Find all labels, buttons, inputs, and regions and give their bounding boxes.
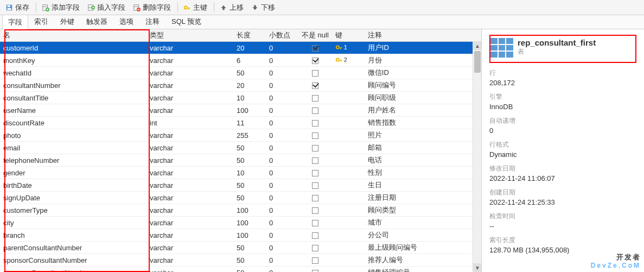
cell-key[interactable]	[332, 67, 365, 79]
cell-length[interactable]: 20	[233, 42, 266, 54]
cell-notnull[interactable]	[298, 167, 332, 179]
cell-type[interactable]: varchar	[146, 242, 233, 254]
cell-notnull[interactable]	[298, 229, 332, 242]
cell-decimal[interactable]: 0	[266, 104, 298, 117]
cell-name[interactable]: city	[0, 217, 146, 229]
cell-length[interactable]: 20	[233, 79, 266, 92]
checkbox-icon[interactable]	[312, 83, 318, 89]
cell-notnull[interactable]	[298, 79, 332, 92]
cell-notnull[interactable]	[298, 204, 332, 217]
table-row[interactable]: consultantTitlevarchar100顾问职级	[0, 92, 481, 104]
tab-1[interactable]: 索引	[28, 14, 54, 29]
cell-decimal[interactable]: 0	[266, 229, 298, 242]
cell-decimal[interactable]: 0	[266, 267, 298, 273]
cell-name[interactable]: email	[0, 142, 146, 154]
cell-name[interactable]: managerConsultantNumber	[0, 267, 146, 273]
cell-name[interactable]: consultantNumber	[0, 79, 146, 92]
cell-type[interactable]: varchar	[146, 42, 233, 54]
cell-name[interactable]: wechatId	[0, 67, 146, 79]
checkbox-icon[interactable]	[312, 58, 318, 64]
cell-notnull[interactable]	[298, 54, 332, 67]
cell-key[interactable]	[332, 79, 365, 92]
table-row[interactable]: monthKeyvarchar602月份	[0, 54, 481, 67]
cell-comment[interactable]: 顾问编号	[365, 79, 481, 92]
cell-type[interactable]: varchar	[146, 54, 233, 67]
cell-notnull[interactable]	[298, 179, 332, 192]
cell-notnull[interactable]	[298, 104, 332, 117]
cell-comment[interactable]: 生日	[365, 179, 481, 192]
checkbox-icon[interactable]	[312, 170, 318, 176]
cell-name[interactable]: consultantTitle	[0, 92, 146, 104]
cell-comment[interactable]: 用户姓名	[365, 104, 481, 117]
cell-key[interactable]	[332, 167, 365, 179]
table-row[interactable]: photovarchar2550照片	[0, 129, 481, 142]
cell-decimal[interactable]: 0	[266, 54, 298, 67]
cell-comment[interactable]: 顾问职级	[365, 92, 481, 104]
cell-comment[interactable]: 电话	[365, 154, 481, 167]
cell-comment[interactable]: 照片	[365, 129, 481, 142]
cell-length[interactable]: 100	[233, 104, 266, 117]
cell-name[interactable]: customerId	[0, 42, 146, 54]
table-row[interactable]: customerTypevarchar1000顾问类型	[0, 204, 481, 217]
cell-length[interactable]: 100	[233, 204, 266, 217]
cell-type[interactable]: varchar	[146, 267, 233, 273]
cell-decimal[interactable]: 0	[266, 167, 298, 179]
cell-key[interactable]: 1	[332, 42, 365, 54]
checkbox-icon[interactable]	[312, 270, 318, 272]
cell-length[interactable]: 50	[233, 242, 266, 254]
cell-key[interactable]	[332, 217, 365, 229]
add-field-button[interactable]: 添加字段	[39, 2, 83, 14]
cell-decimal[interactable]: 0	[266, 117, 298, 129]
cell-key[interactable]	[332, 179, 365, 192]
move-up-button[interactable]: 上移	[216, 2, 247, 14]
cell-comment[interactable]: 微信ID	[365, 67, 481, 79]
cell-notnull[interactable]	[298, 42, 332, 54]
table-row[interactable]: userNamevarchar1000用户姓名	[0, 104, 481, 117]
tab-0[interactable]: 字段	[2, 15, 28, 29]
cell-comment[interactable]: 销售指数	[365, 117, 481, 129]
checkbox-icon[interactable]	[312, 182, 318, 189]
cell-notnull[interactable]	[298, 92, 332, 104]
col-header-notnull[interactable]: 不是 null	[298, 29, 332, 42]
cell-decimal[interactable]: 0	[266, 179, 298, 192]
cell-decimal[interactable]: 0	[266, 204, 298, 217]
primary-key-button[interactable]: 主键	[180, 2, 211, 14]
cell-name[interactable]: photo	[0, 129, 146, 142]
checkbox-icon[interactable]	[312, 157, 318, 164]
cell-decimal[interactable]: 0	[266, 142, 298, 154]
cell-type[interactable]: varchar	[146, 67, 233, 79]
checkbox-icon[interactable]	[312, 145, 318, 151]
cell-comment[interactable]: 分公司	[365, 229, 481, 242]
cell-length[interactable]: 6	[233, 54, 266, 67]
cell-length[interactable]: 50	[233, 179, 266, 192]
cell-comment[interactable]: 性别	[365, 167, 481, 179]
cell-notnull[interactable]	[298, 192, 332, 204]
cell-comment[interactable]: 月份	[365, 54, 481, 67]
cell-length[interactable]: 50	[233, 192, 266, 204]
cell-comment[interactable]: 城市	[365, 217, 481, 229]
cell-key[interactable]	[332, 229, 365, 242]
cell-type[interactable]: varchar	[146, 79, 233, 92]
insert-field-button[interactable]: 插入字段	[84, 2, 129, 14]
checkbox-icon[interactable]	[312, 195, 318, 201]
cell-length[interactable]: 11	[233, 117, 266, 129]
table-row[interactable]: parentConsultantNumbervarchar500最上级顾问编号	[0, 242, 481, 254]
cell-key[interactable]	[332, 104, 365, 117]
cell-comment[interactable]: 推荐人编号	[365, 254, 481, 267]
cell-length[interactable]: 100	[233, 217, 266, 229]
cell-key[interactable]	[332, 92, 365, 104]
move-down-button[interactable]: 下移	[248, 2, 278, 14]
tab-6[interactable]: SQL 预览	[165, 14, 207, 29]
table-row[interactable]: telephoneNumbervarchar500电话	[0, 154, 481, 167]
cell-type[interactable]: varchar	[146, 129, 233, 142]
cell-key[interactable]	[332, 117, 365, 129]
table-row[interactable]: signUpDatevarchar500注册日期	[0, 192, 481, 204]
scroll-down-arrow[interactable]: ▼	[473, 263, 481, 272]
cell-name[interactable]: discountRate	[0, 117, 146, 129]
cell-comment[interactable]: 邮箱	[365, 142, 481, 154]
vertical-scrollbar[interactable]: ▲ ▼	[473, 41, 481, 272]
cell-notnull[interactable]	[298, 217, 332, 229]
col-header-key[interactable]: 键	[332, 29, 365, 42]
table-row[interactable]: emailvarchar500邮箱	[0, 142, 481, 154]
cell-comment[interactable]: 用户ID	[365, 42, 481, 54]
